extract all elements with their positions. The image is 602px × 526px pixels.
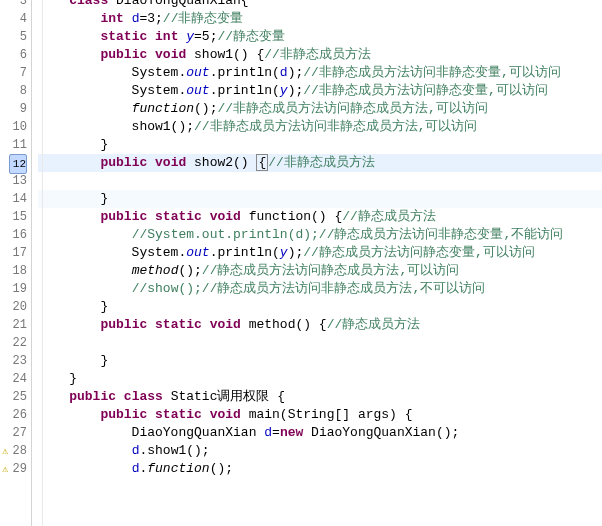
code-line[interactable]: class DiaoYongQuanXian{ <box>38 0 602 10</box>
code-line[interactable]: } <box>38 298 602 316</box>
line-number[interactable]: 12 <box>8 154 27 172</box>
code-line[interactable]: } <box>38 190 602 208</box>
line-number[interactable]: 18 <box>8 262 27 280</box>
line-number[interactable]: 16 <box>8 226 27 244</box>
code-line[interactable]: } <box>38 352 602 370</box>
code-line[interactable]: System.out.println(y);//非静态成员方法访问静态变量,可以… <box>38 82 602 100</box>
code-line[interactable]: public static void method() {//静态成员方法 <box>38 316 602 334</box>
code-line[interactable]: } <box>38 370 602 388</box>
line-number[interactable]: 28 <box>8 442 27 460</box>
code-line[interactable]: System.out.println(y);//静态成员方法访问静态变量,可以访… <box>38 244 602 262</box>
line-number[interactable]: 15 <box>8 208 27 226</box>
code-line[interactable]: } <box>38 136 602 154</box>
warning-icon[interactable]: ⚠ <box>2 463 8 475</box>
code-line[interactable]: method();//静态成员方法访问静态成员方法,可以访问 <box>38 262 602 280</box>
line-number[interactable]: 5 <box>8 28 27 46</box>
code-line[interactable]: public static void main(String[] args) { <box>38 406 602 424</box>
line-number[interactable]: 29 <box>8 460 27 478</box>
line-number[interactable]: 13 <box>8 172 27 190</box>
code-line[interactable]: public void show2() {//非静态成员方法 <box>38 154 602 172</box>
line-number[interactable]: 8 <box>8 82 27 100</box>
line-number[interactable]: 14 <box>8 190 27 208</box>
line-number[interactable]: 4 <box>8 10 27 28</box>
line-number[interactable]: 7 <box>8 64 27 82</box>
warning-icon[interactable]: ⚠ <box>2 445 8 457</box>
code-line[interactable]: public static void function() {//静态成员方法 <box>38 208 602 226</box>
code-line[interactable]: function();//非静态成员方法访问静态成员方法,可以访问 <box>38 100 602 118</box>
line-number[interactable]: 19 <box>8 280 27 298</box>
line-number[interactable]: 25 <box>8 388 27 406</box>
code-line[interactable]: //System.out.println(d);//静态成员方法访问非静态变量,… <box>38 226 602 244</box>
line-number[interactable]: 17 <box>8 244 27 262</box>
selected-line-number[interactable]: 12 <box>9 154 27 174</box>
fold-guide-line <box>42 0 43 526</box>
line-number[interactable]: 20 <box>8 298 27 316</box>
code-line[interactable]: d.function(); <box>38 460 602 478</box>
code-line[interactable]: int d=3;//非静态变量 <box>38 10 602 28</box>
line-number[interactable]: 9 <box>8 100 27 118</box>
code-line[interactable]: static int y=5;//静态变量 <box>38 28 602 46</box>
code-line[interactable]: d.show1(); <box>38 442 602 460</box>
code-line[interactable] <box>38 172 602 190</box>
code-line[interactable]: //show();//静态成员方法访问非静态成员方法,不可以访问 <box>38 280 602 298</box>
code-line[interactable]: DiaoYongQuanXian d=new DiaoYongQuanXian(… <box>38 424 602 442</box>
line-number[interactable]: 11 <box>8 136 27 154</box>
code-line[interactable]: show1();//非静态成员方法访问非静态成员方法,可以访问 <box>38 118 602 136</box>
code-line[interactable]: public class Static调用权限 { <box>38 388 602 406</box>
line-number[interactable]: 24 <box>8 370 27 388</box>
line-number[interactable]: 6 <box>8 46 27 64</box>
line-number[interactable]: 22 <box>8 334 27 352</box>
code-line[interactable] <box>38 334 602 352</box>
line-number[interactable]: 23 <box>8 352 27 370</box>
code-line[interactable]: System.out.println(d);//非静态成员方法访问非静态变量,可… <box>38 64 602 82</box>
code-editor[interactable]: 3456789101112131415161718192021222324252… <box>0 0 602 526</box>
line-number[interactable]: 26 <box>8 406 27 424</box>
line-number[interactable]: 3 <box>8 0 27 10</box>
code-line[interactable]: public void show1() {//非静态成员方法 <box>38 46 602 64</box>
code-area[interactable]: class DiaoYongQuanXian{ int d=3;//非静态变量 … <box>32 0 602 526</box>
line-number[interactable]: 21 <box>8 316 27 334</box>
line-number[interactable]: 27 <box>8 424 27 442</box>
line-number[interactable]: 10 <box>8 118 27 136</box>
